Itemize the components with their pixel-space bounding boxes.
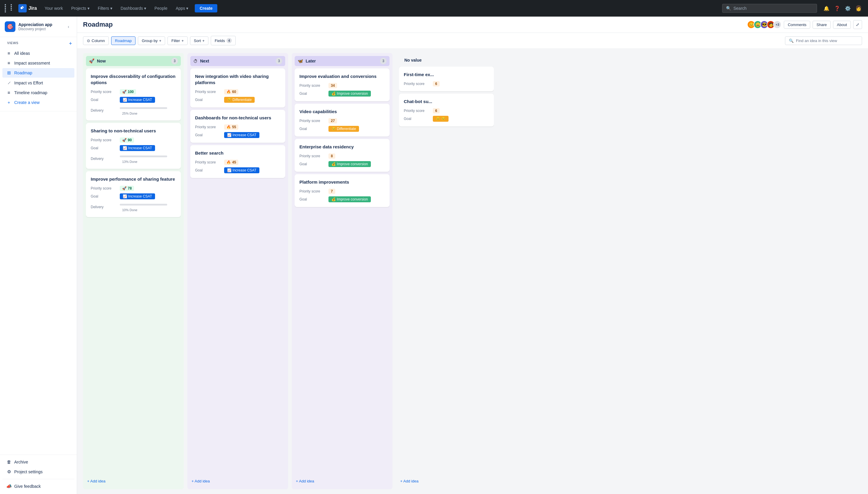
nav-apps[interactable]: Apps ▾ — [173, 4, 192, 13]
delivery-label: Delivery — [91, 157, 117, 161]
column-emoji: 🦋 — [297, 58, 303, 64]
avatar-overflow: +3 — [773, 20, 781, 29]
fields-count-badge: 4 — [227, 38, 232, 43]
column-header-next: ⏱ Next 3 — [190, 56, 285, 66]
column-icon: ⊙ — [87, 38, 90, 43]
card[interactable]: Platform improvements Priority score 7 G… — [295, 174, 390, 207]
card[interactable]: Chat-bot su... Priority score 6 Goal 😊 😊 — [399, 94, 494, 127]
about-button[interactable]: About — [833, 21, 851, 29]
groupby-button[interactable]: Group by + — [138, 36, 165, 45]
card[interactable]: First-time ex... Priority score 6 — [399, 66, 494, 91]
sidebar-item-impact-assessment[interactable]: ≡ Impact assessment — [2, 58, 74, 68]
card-title: Improve discoverability of configuration… — [91, 73, 176, 86]
column-button[interactable]: ⊙ Column — [83, 36, 109, 45]
sidebar-collapse-button[interactable]: ‹ — [65, 23, 72, 30]
column-count: 3 — [276, 58, 282, 64]
column-noval: No value First-time ex... Priority score… — [396, 53, 497, 489]
toolbar: ⊙ Column Roadmap Group by + Filter + Sor… — [77, 33, 868, 48]
column-header-later: 🦋 Later 3 — [295, 56, 390, 66]
card[interactable]: New integration with video sharing platf… — [190, 69, 285, 108]
nav-projects[interactable]: Projects ▾ — [68, 4, 92, 13]
column-emoji: ⏱ — [193, 59, 198, 64]
jira-logo[interactable]: Jira — [18, 4, 37, 13]
add-idea-button[interactable]: + Add idea — [399, 476, 494, 486]
create-button[interactable]: Create — [195, 4, 217, 13]
goal-label: Goal — [300, 162, 326, 166]
priority-label: Priority score — [300, 119, 326, 123]
sidebar-item-archive[interactable]: 🗑 Archive — [2, 457, 74, 467]
list-icon: ≡ — [6, 51, 12, 56]
sidebar-item-all-ideas[interactable]: ≡ All ideas — [2, 49, 74, 58]
app-grid-icon[interactable] — [5, 4, 16, 13]
card[interactable]: Enterprise data residency Priority score… — [295, 139, 390, 172]
idea-search[interactable]: 🔍 Find an idea in this view — [785, 36, 862, 45]
priority-label: Priority score — [91, 138, 117, 142]
plus-icon: + — [181, 38, 184, 43]
priority-label: Priority score — [300, 83, 326, 88]
sort-button[interactable]: Sort + — [190, 36, 209, 45]
card-title: Better search — [195, 150, 281, 156]
column-title: Now — [97, 59, 169, 63]
column-count: 3 — [380, 58, 386, 64]
user-avatar[interactable]: 👩 — [854, 3, 863, 13]
sidebar: 🎯 Appreciation app Discovery project ‹ V… — [0, 17, 77, 494]
delivery-bar: 10% Done — [120, 202, 176, 212]
card-title: Video capabilities — [300, 108, 385, 115]
sidebar-item-create-view[interactable]: + Create a view — [2, 98, 74, 107]
nav-people[interactable]: People — [151, 4, 170, 13]
project-avatar: 🎯 — [5, 21, 15, 32]
expand-button[interactable]: ⤢ — [853, 20, 862, 29]
column-header-now: 🚀 Now 3 — [86, 56, 181, 66]
roadmap-button[interactable]: Roadmap — [111, 36, 135, 45]
sidebar-item-feedback[interactable]: 📣 Give feedback — [2, 481, 74, 491]
card[interactable]: Dashboards for non-technical users Prior… — [190, 110, 285, 143]
fields-button[interactable]: Fields 4 — [211, 36, 236, 45]
goal-label: Goal — [195, 168, 222, 172]
column-next: ⏱ Next 3 New integration with video shar… — [187, 53, 288, 489]
sidebar-item-timeline[interactable]: ≡ Timeline roadmap — [2, 88, 74, 97]
goal-label: Goal — [91, 194, 117, 198]
priority-label: Priority score — [404, 109, 431, 113]
column-title: Later — [306, 59, 378, 63]
card[interactable]: Improve evaluation and conversions Prior… — [295, 69, 390, 101]
card-title: Sharing to non-technical users — [91, 128, 176, 134]
notifications-button[interactable]: 🔔 — [822, 3, 831, 13]
column-title: Next — [200, 59, 273, 63]
nav-dashboards[interactable]: Dashboards ▾ — [118, 4, 149, 13]
add-idea-button[interactable]: + Add idea — [295, 476, 390, 486]
kanban-board: 🚀 Now 3 Improve discoverability of confi… — [77, 48, 868, 494]
sidebar-item-impact-effort[interactable]: ⟋ Impact vs Effort — [2, 78, 74, 88]
sidebar-item-settings[interactable]: ⚙ Project settings — [2, 467, 74, 476]
global-search[interactable]: 🔍 Search — [722, 4, 817, 13]
card[interactable]: Video capabilities Priority score 27 Goa… — [295, 104, 390, 136]
share-button[interactable]: Share — [813, 21, 831, 29]
card[interactable]: Improve discoverability of configuration… — [86, 69, 181, 120]
cards-next: New integration with video sharing platf… — [190, 69, 285, 476]
column-title: No value — [404, 58, 491, 62]
help-button[interactable]: ❓ — [832, 3, 842, 13]
add-view-button[interactable]: + — [69, 41, 72, 47]
goal-label: Goal — [300, 92, 326, 96]
card[interactable]: Better search Priority score 🔥45 Goal 📈 … — [190, 145, 285, 178]
column-later: 🦋 Later 3 Improve evaluation and convers… — [292, 53, 393, 489]
comments-button[interactable]: Comments — [784, 21, 810, 29]
add-idea-button[interactable]: + Add idea — [190, 476, 285, 486]
goal-label: Goal — [195, 133, 222, 137]
settings-button[interactable]: ⚙️ — [843, 3, 853, 13]
card-title: Dashboards for non-technical users — [195, 115, 281, 121]
add-idea-button[interactable]: + Add idea — [86, 476, 181, 486]
project-name: Appreciation app — [18, 22, 52, 27]
cards-later: Improve evaluation and conversions Prior… — [295, 69, 390, 476]
column-count: 3 — [171, 58, 178, 64]
cards-noval: First-time ex... Priority score 6 Chat-b… — [399, 66, 494, 476]
nav-your-work[interactable]: Your work — [41, 4, 66, 13]
filter-button[interactable]: Filter + — [167, 36, 187, 45]
goal-label: Goal — [404, 117, 431, 121]
card[interactable]: Sharing to non-technical users Priority … — [86, 123, 181, 169]
sidebar-item-roadmap[interactable]: ⊞ Roadmap — [2, 68, 74, 78]
nav-filters[interactable]: Filters ▾ — [95, 4, 115, 13]
goal-label: Goal — [300, 197, 326, 202]
priority-label: Priority score — [91, 186, 117, 190]
card[interactable]: Improve performance of sharing feature P… — [86, 171, 181, 217]
collaborator-avatars: 😊 😄 😎 🧑 +3 — [747, 20, 781, 29]
